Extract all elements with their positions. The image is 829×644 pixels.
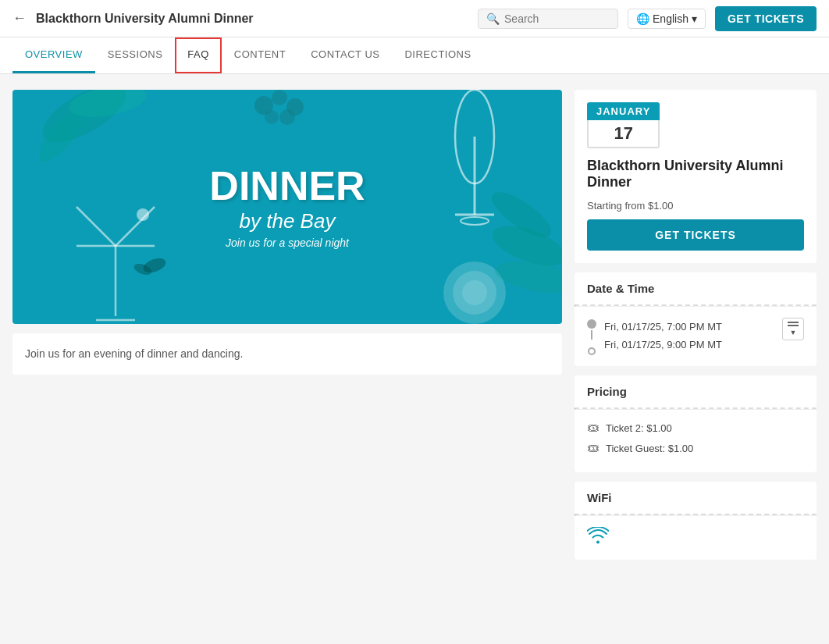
search-box[interactable]: 🔍 xyxy=(478,9,618,29)
pricing-label-1: Ticket 2: $1.00 xyxy=(606,422,672,434)
vert-line-icon xyxy=(591,330,592,340)
svg-point-17 xyxy=(137,208,149,221)
pricing-item-2: 🎟 Ticket Guest: $1.00 xyxy=(587,441,804,455)
header-get-tickets-button[interactable]: GET TICKETS xyxy=(715,6,817,31)
date-badge-day: 17 xyxy=(587,120,660,148)
right-column: JANUARY 17 Blackthorn University Alumni … xyxy=(575,90,817,560)
dot-empty-icon xyxy=(588,347,596,355)
event-image-tagline: Join us for a special night xyxy=(209,237,365,249)
language-selector[interactable]: 🌐 English ▾ xyxy=(628,9,706,29)
event-description: Join us for an evening of dinner and dan… xyxy=(12,333,562,375)
event-info-card: JANUARY 17 Blackthorn University Alumni … xyxy=(575,90,817,263)
chevron-down-icon: ▼ xyxy=(790,329,797,336)
back-button[interactable]: ← xyxy=(12,10,27,27)
datetime-end: Fri, 01/17/25, 9:00 PM MT xyxy=(604,336,722,354)
tab-directions[interactable]: DIRECTIONS xyxy=(392,37,483,73)
date-badge: JANUARY 17 xyxy=(587,102,660,148)
ticket-icon-1: 🎟 xyxy=(587,421,600,435)
tab-overview[interactable]: OVERVIEW xyxy=(12,37,95,73)
chevron-down-icon: ▾ xyxy=(692,12,697,25)
wifi-body xyxy=(575,516,817,560)
datetime-section-header: Date & Time xyxy=(575,272,817,304)
starting-price: Starting from $1.00 xyxy=(587,200,804,212)
pricing-body: 🎟 Ticket 2: $1.00 🎟 Ticket Guest: $1.00 xyxy=(575,410,817,472)
left-column: DINNER by the Bay Join us for a special … xyxy=(12,90,562,560)
search-input[interactable] xyxy=(504,12,610,25)
svg-point-7 xyxy=(279,109,295,125)
tab-sessions[interactable]: SESSIONS xyxy=(95,37,175,73)
wifi-card: WiFi xyxy=(575,482,817,560)
pricing-section-header: Pricing xyxy=(575,375,817,407)
ticket-icon-2: 🎟 xyxy=(587,441,600,455)
event-image-text: DINNER by the Bay Join us for a special … xyxy=(209,165,365,249)
event-image-title-line2: by the Bay xyxy=(209,209,365,233)
svg-point-11 xyxy=(461,217,489,225)
event-image-title-line1: DINNER xyxy=(209,165,365,206)
tab-content[interactable]: CONTENT xyxy=(222,37,298,73)
language-label: English xyxy=(653,12,688,25)
pricing-item-1: 🎟 Ticket 2: $1.00 xyxy=(587,421,804,435)
date-badge-month: JANUARY xyxy=(587,102,660,120)
datetime-text: Fri, 01/17/25, 7:00 PM MT Fri, 01/17/25,… xyxy=(604,318,722,354)
wifi-section-header: WiFi xyxy=(575,482,817,514)
expand-bar-1 xyxy=(788,322,799,323)
expand-datetime-button[interactable]: ▼ xyxy=(782,318,804,340)
pricing-label-2: Ticket Guest: $1.00 xyxy=(606,443,693,454)
get-tickets-button[interactable]: GET TICKETS xyxy=(587,219,804,251)
event-image: DINNER by the Bay Join us for a special … xyxy=(12,90,562,324)
expand-bar-2 xyxy=(788,325,799,326)
svg-point-4 xyxy=(272,90,287,105)
nav-tabs: OVERVIEW SESSIONS FAQ CONTENT CONTACT US… xyxy=(0,37,829,74)
tab-contact[interactable]: CONTACT US xyxy=(298,37,392,73)
svg-point-20 xyxy=(462,280,487,305)
datetime-icon-col xyxy=(587,318,596,355)
tab-faq[interactable]: FAQ xyxy=(175,37,222,73)
event-name: Blackthorn University Alumni Dinner xyxy=(587,158,804,190)
globe-icon: 🌐 xyxy=(636,12,649,25)
page-title: Blackthorn University Alumni Dinner xyxy=(36,12,478,26)
search-icon: 🔍 xyxy=(486,12,500,25)
pricing-card: Pricing 🎟 Ticket 2: $1.00 🎟 Ticket Guest… xyxy=(575,375,817,472)
dot-filled-icon xyxy=(587,319,596,329)
wifi-icon xyxy=(587,528,609,548)
main-content: DINNER by the Bay Join us for a special … xyxy=(0,74,829,575)
expand-icon-btn[interactable]: ▼ xyxy=(782,318,804,340)
svg-point-6 xyxy=(265,110,279,124)
svg-line-14 xyxy=(76,207,116,246)
datetime-row: Fri, 01/17/25, 7:00 PM MT Fri, 01/17/25,… xyxy=(587,318,804,355)
datetime-body: Fri, 01/17/25, 7:00 PM MT Fri, 01/17/25,… xyxy=(575,307,817,366)
datetime-card: Date & Time Fri, 01/17/25, 7:00 PM MT Fr… xyxy=(575,272,817,366)
header: ← Blackthorn University Alumni Dinner 🔍 … xyxy=(0,0,829,37)
datetime-start: Fri, 01/17/25, 7:00 PM MT xyxy=(604,318,722,336)
description-text: Join us for an evening of dinner and dan… xyxy=(25,347,243,360)
